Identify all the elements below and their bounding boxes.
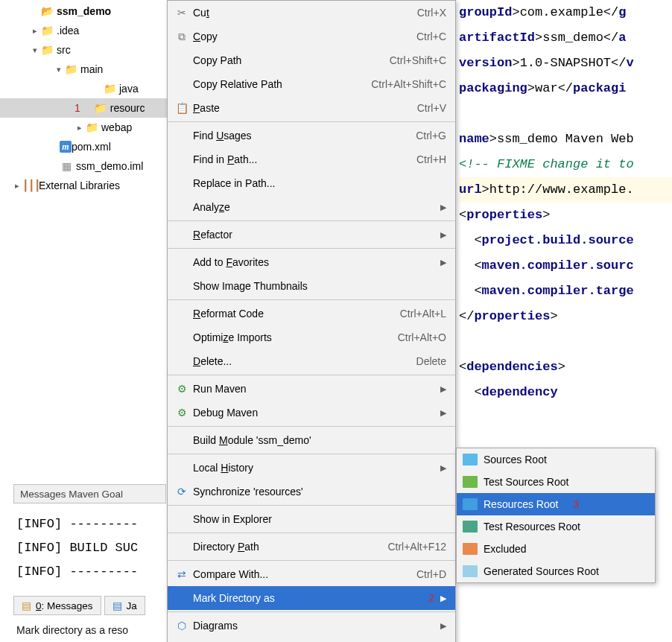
tree-item-ssm-demo[interactable]: 📂 ssm_demo: [0, 1, 171, 21]
menu-item-debug-maven[interactable]: ⚙Debug Maven▶: [168, 401, 455, 425]
submenu-item-test-sources-root[interactable]: Test Sources Root: [457, 471, 655, 493]
menu-shortcut: Ctrl+D: [409, 568, 446, 580]
tree-item-external-libraries[interactable]: ▸┃┃┃ External Libraries: [0, 176, 171, 195]
expand-arrow-icon[interactable]: ▾: [30, 45, 40, 55]
annotation-marker-2: 2: [428, 592, 434, 604]
menu-item-label: Build Module 'ssm_demo': [190, 434, 446, 446]
expand-arrow-icon[interactable]: ▾: [54, 65, 64, 74]
menu-item-compare-with[interactable]: ⇄Compare With...Ctrl+D: [168, 562, 455, 586]
submenu-arrow-icon: ▶: [434, 258, 446, 267]
diff-ic-icon: ⇄: [174, 568, 190, 580]
log-line: [INFO] ---------: [16, 560, 138, 584]
menu-item-label: Copy Path: [190, 54, 382, 66]
menu-item-show-in-explorer[interactable]: Show in Explorer: [168, 507, 455, 531]
expand-arrow-icon[interactable]: ▸: [12, 181, 22, 191]
submenu-arrow-icon: ▶: [434, 594, 446, 603]
tree-item--idea[interactable]: ▸📁 .idea: [0, 21, 171, 40]
tree-item-label: .idea: [57, 25, 79, 36]
menu-item-copy-relative-path[interactable]: Copy Relative PathCtrl+Alt+Shift+C: [168, 72, 455, 96]
menu-shortcut: Ctrl+Alt+F12: [380, 541, 446, 553]
menu-item-replace-in-path[interactable]: Replace in Path...: [168, 171, 455, 195]
expand-arrow-icon[interactable]: ▸: [75, 123, 85, 133]
messages-panel-header[interactable]: Messages Maven Goal: [13, 484, 166, 503]
folder-icon: 📂: [40, 5, 54, 17]
gear-icon: ⚙: [174, 383, 190, 395]
tab-java[interactable]: ▤ Ja: [104, 596, 145, 615]
menu-item-reformat-code[interactable]: Reformat CodeCtrl+Alt+L: [168, 302, 455, 325]
menu-item-delete[interactable]: Delete...Delete: [168, 349, 455, 373]
gear-icon: ⚙: [174, 407, 190, 419]
maven-icon: m: [60, 141, 72, 153]
menu-item-label: Find Usages: [190, 130, 408, 142]
tree-item-resourc[interactable]: 1📁 resourc: [0, 98, 171, 118]
submenu-arrow-icon: ▶: [434, 203, 446, 212]
menu-item-refactor[interactable]: Refactor▶: [168, 223, 455, 247]
submenu-item-label: Resources Root: [484, 498, 558, 510]
menu-separator: [168, 299, 455, 300]
tree-item-src[interactable]: ▾📁 src: [0, 40, 171, 60]
menu-item-run-maven[interactable]: ⚙Run Maven▶: [168, 377, 455, 401]
menu-item-label: Run Maven: [190, 383, 434, 395]
code-line: groupId>com.example</g: [459, 0, 672, 25]
menu-item-mark-directory-as[interactable]: Mark Directory as2▶: [168, 586, 455, 610]
menu-item-copy[interactable]: ⧉CopyCtrl+C: [168, 25, 455, 48]
menu-shortcut: Ctrl+G: [408, 130, 446, 142]
menu-item-label: Debug Maven: [190, 407, 434, 419]
menu-item-label: Delete...: [190, 355, 409, 367]
menu-shortcut: Ctrl+Alt+L: [393, 308, 446, 320]
menu-item-add-to-favorites[interactable]: Add to Favorites▶: [168, 250, 455, 274]
menu-item-cut[interactable]: ✂CutCtrl+X: [168, 1, 455, 25]
source-folder-icon: 📁: [85, 121, 98, 133]
copy-ic-icon: ⧉: [174, 31, 190, 43]
menu-item-find-in-path[interactable]: Find in Path...Ctrl+H: [168, 147, 455, 171]
tree-item-pom-xml[interactable]: m pom.xml: [0, 137, 171, 156]
tool-window-tabs: ▤ 0: Messages ▤ Ja: [13, 596, 145, 615]
root-type-icon: [463, 454, 478, 465]
tree-item-main[interactable]: ▾📁 main: [0, 60, 171, 79]
submenu-item-excluded[interactable]: Excluded: [457, 538, 655, 560]
submenu-item-label: Sources Root: [484, 454, 547, 465]
menu-separator: [168, 220, 455, 221]
menu-item-show-image-thumbnails[interactable]: Show Image Thumbnails: [168, 274, 455, 298]
menu-item-paste[interactable]: 📋PasteCtrl+V: [168, 96, 455, 120]
code-line: </properties>: [459, 304, 672, 329]
code-editor[interactable]: groupId>com.example</gartifactId>ssm_dem…: [456, 0, 672, 480]
submenu-item-test-resources-root[interactable]: Test Resources Root: [457, 515, 655, 538]
submenu-item-generated-sources-root[interactable]: Generated Sources Root: [457, 560, 655, 582]
tree-item-label: ssm_demo: [57, 5, 111, 17]
tab-java-label: Ja: [127, 600, 137, 611]
tree-item-java[interactable]: 📁 java: [0, 79, 171, 98]
menu-item-local-history[interactable]: Local History▶: [168, 456, 455, 480]
tab-messages[interactable]: ▤ 0: Messages: [13, 596, 101, 615]
tree-item-webap[interactable]: ▸📁 webap: [0, 118, 171, 137]
menu-item-directory-path[interactable]: Directory PathCtrl+Alt+F12: [168, 535, 455, 559]
log-line: [INFO] BUILD SUC: [16, 536, 138, 560]
menu-item-label: Add to Favorites: [190, 256, 434, 268]
root-type-icon: [463, 543, 478, 555]
menu-item-analyze[interactable]: Analyze▶: [168, 195, 455, 219]
menu-item-label: Analyze: [190, 201, 434, 213]
menu-item-hide-ignored-files[interactable]: .i*Hide ignored files: [168, 638, 455, 642]
menu-separator: [168, 121, 455, 122]
submenu-item-sources-root[interactable]: Sources Root: [457, 448, 655, 471]
menu-separator: [168, 426, 455, 427]
root-type-icon: [463, 521, 478, 533]
code-line: [459, 101, 672, 127]
menu-item-diagrams[interactable]: ⬡Diagrams▶: [168, 614, 455, 638]
submenu-item-label: Test Sources Root: [484, 476, 568, 488]
tab-messages-label: 0: Messages: [36, 600, 93, 611]
tree-item-ssm-demo-iml[interactable]: ▦ ssm_demo.iml: [0, 156, 171, 176]
messages-output: [INFO] ---------[INFO] BUILD SUC[INFO] -…: [16, 512, 138, 584]
submenu-item-label: Excluded: [484, 543, 527, 555]
expand-arrow-icon[interactable]: ▸: [30, 26, 40, 36]
menu-item-find-usages[interactable]: Find UsagesCtrl+G: [168, 124, 455, 147]
menu-item-synchronize-resources[interactable]: ⟳Synchronize 'resources': [168, 480, 455, 503]
menu-item-build-module-ssm-demo[interactable]: Build Module 'ssm_demo': [168, 428, 455, 452]
folder-icon: ▦: [60, 160, 73, 172]
menu-item-optimize-imports[interactable]: Optimize ImportsCtrl+Alt+O: [168, 325, 455, 349]
menu-item-label: Local History: [190, 462, 434, 474]
root-type-icon: [463, 565, 478, 577]
menu-item-copy-path[interactable]: Copy PathCtrl+Shift+C: [168, 48, 455, 72]
submenu-item-resources-root[interactable]: Resources Root3: [457, 493, 655, 515]
library-icon: ┃┃┃: [22, 179, 36, 191]
